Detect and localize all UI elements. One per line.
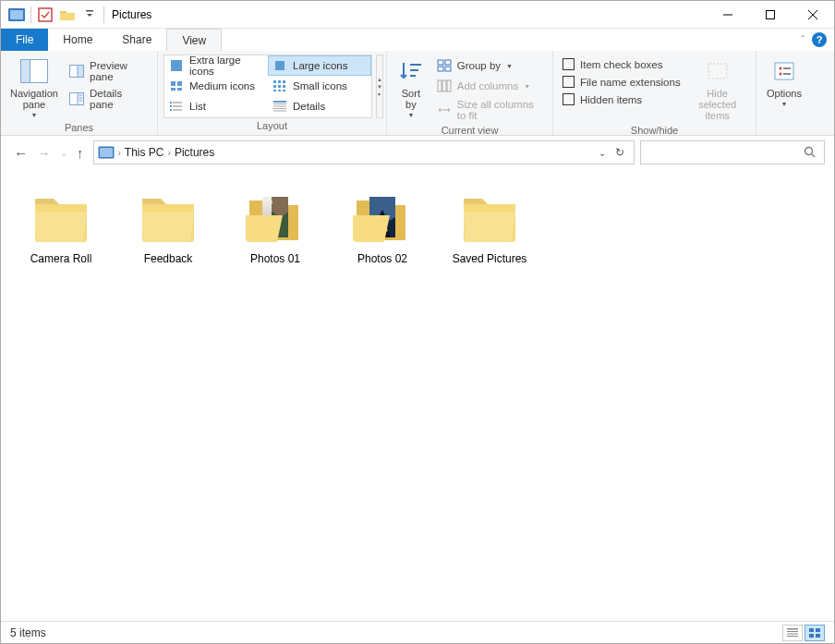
folder-item[interactable]: Camera Roll <box>10 189 112 265</box>
tab-file[interactable]: File <box>1 29 48 51</box>
layout-gallery-more[interactable]: ▲▼▾ <box>376 55 383 118</box>
group-layout-label: Layout <box>163 118 381 135</box>
chevron-right-icon[interactable]: › <box>118 148 121 158</box>
address-bar[interactable]: › This PC › Pictures ⌄ ↻ <box>93 140 635 164</box>
svg-rect-27 <box>283 85 285 88</box>
folder-item[interactable]: Feedback <box>117 189 219 265</box>
maximize-button[interactable] <box>749 1 792 29</box>
group-current-view: Sort by ▼ Group by ▼ Add columns ▼ Size … <box>387 51 553 135</box>
preview-pane-button[interactable]: Preview pane <box>66 58 151 84</box>
layout-small-icons[interactable]: Small icons <box>268 76 371 96</box>
tab-share[interactable]: Share <box>107 29 166 51</box>
svg-point-56 <box>780 73 782 76</box>
group-by-button[interactable]: Group by ▼ <box>433 56 547 75</box>
svg-rect-51 <box>447 80 451 91</box>
search-box[interactable] <box>640 140 825 164</box>
layout-details[interactable]: Details <box>268 96 371 116</box>
details-pane-label: Details pane <box>90 88 148 110</box>
svg-rect-44 <box>410 75 416 77</box>
navigation-pane-label: Navigation pane <box>10 88 58 110</box>
help-icon[interactable]: ? <box>812 32 827 47</box>
address-dropdown-icon[interactable]: ⌄ <box>599 148 606 158</box>
svg-rect-29 <box>278 90 281 91</box>
folder-icon <box>28 189 94 247</box>
chevron-down-icon: ▼ <box>781 101 788 107</box>
svg-rect-21 <box>177 88 182 91</box>
details-pane-button[interactable]: Details pane <box>66 86 151 112</box>
svg-rect-74 <box>787 633 798 634</box>
svg-rect-18 <box>171 81 175 86</box>
group-show-hide: Item check boxes File name extensions Hi… <box>553 51 756 135</box>
details-view-toggle[interactable] <box>782 625 803 641</box>
group-layout: Extra large icons Large icons Medium ico… <box>158 51 387 135</box>
svg-rect-53 <box>775 63 793 79</box>
file-extensions-toggle[interactable]: File name extensions <box>559 74 684 90</box>
up-button[interactable]: ↑ <box>77 145 84 161</box>
back-button[interactable]: ← <box>14 145 28 161</box>
svg-rect-75 <box>787 636 798 637</box>
address-bar-row: ← → ⌄ ↑ › This PC › Pictures ⌄ ↻ <box>1 136 834 169</box>
chevron-down-icon: ▼ <box>506 63 513 69</box>
breadcrumb-current[interactable]: Pictures <box>175 146 214 159</box>
navigation-pane-icon <box>19 56 49 86</box>
app-icon[interactable] <box>6 5 27 25</box>
hidden-items-toggle[interactable]: Hidden items <box>559 91 684 107</box>
svg-rect-2 <box>39 8 52 21</box>
layout-list[interactable]: List <box>164 96 268 116</box>
chevron-down-icon: ▼ <box>407 112 414 118</box>
folder-thumbnail-icon <box>242 189 309 247</box>
close-button[interactable] <box>792 1 834 29</box>
tab-view[interactable]: View <box>166 29 222 51</box>
quick-access-toolbar <box>1 5 106 25</box>
svg-rect-16 <box>171 60 182 71</box>
tab-home[interactable]: Home <box>48 29 107 51</box>
svg-rect-10 <box>78 66 84 78</box>
add-columns-button[interactable]: Add columns ▼ <box>433 77 547 95</box>
refresh-icon[interactable]: ↻ <box>615 146 624 159</box>
svg-rect-4 <box>86 10 93 12</box>
forward-button[interactable]: → <box>37 145 51 161</box>
layout-medium-icons[interactable]: Medium icons <box>164 76 268 96</box>
folder-icon <box>135 189 201 247</box>
svg-rect-36 <box>173 110 182 111</box>
folder-item[interactable]: Saved Pictures <box>439 189 540 265</box>
sort-icon <box>396 56 426 86</box>
checkbox-icon <box>563 76 575 88</box>
folder-icon[interactable] <box>57 5 78 25</box>
svg-rect-35 <box>170 109 172 111</box>
preview-pane-label: Preview pane <box>90 60 148 82</box>
layout-gallery: Extra large icons Large icons Medium ico… <box>163 55 372 118</box>
recent-locations-dropdown[interactable]: ⌄ <box>60 148 67 158</box>
properties-icon[interactable] <box>35 5 55 25</box>
size-columns-button[interactable]: Size all columns to fit <box>433 97 547 123</box>
svg-point-54 <box>780 67 782 70</box>
file-list[interactable]: Camera RollFeedbackPhotos 01Photos 02Sav… <box>1 171 834 621</box>
folder-label: Saved Pictures <box>453 252 527 265</box>
layout-extra-large-icons[interactable]: Extra large icons <box>164 55 268 76</box>
options-button[interactable]: Options ▼ <box>762 55 806 109</box>
svg-rect-46 <box>445 60 451 65</box>
minimize-button[interactable] <box>707 1 749 29</box>
folder-label: Feedback <box>144 252 193 265</box>
folder-item[interactable]: Photos 02 <box>332 189 433 265</box>
preview-pane-icon <box>69 64 84 79</box>
large-icons-view-toggle[interactable] <box>805 625 825 641</box>
item-checkboxes-toggle[interactable]: Item check boxes <box>559 56 684 72</box>
svg-rect-79 <box>816 634 820 638</box>
collapse-ribbon-icon[interactable]: ˆ <box>801 34 805 45</box>
svg-rect-20 <box>171 88 175 91</box>
svg-rect-43 <box>410 69 418 71</box>
navigation-pane-button[interactable]: Navigation pane ▼ <box>6 55 62 120</box>
folder-label: Camera Roll <box>30 252 92 265</box>
svg-rect-45 <box>438 60 443 65</box>
layout-large-icons[interactable]: Large icons <box>268 55 371 76</box>
hide-selected-button[interactable]: Hide selected items <box>688 55 747 123</box>
folder-item[interactable]: Photos 01 <box>224 189 326 265</box>
breadcrumb-root[interactable]: This PC <box>125 146 164 159</box>
chevron-right-icon[interactable]: › <box>168 148 171 158</box>
details-pane-icon <box>69 91 84 106</box>
svg-rect-31 <box>170 102 172 103</box>
sort-by-button[interactable]: Sort by ▼ <box>393 55 430 120</box>
svg-rect-38 <box>273 103 286 104</box>
qat-dropdown-icon[interactable] <box>79 5 100 25</box>
